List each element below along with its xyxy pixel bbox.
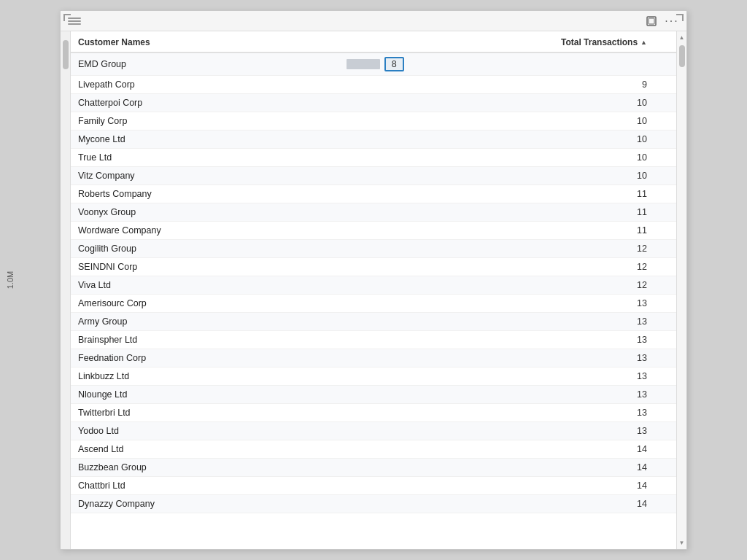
right-scrollbar-thumb[interactable] bbox=[679, 45, 685, 67]
cell-transaction-value: 11 bbox=[339, 185, 676, 203]
table-row[interactable]: Buzzbean Group14 bbox=[71, 459, 676, 477]
table-row[interactable]: Viva Ltd12 bbox=[71, 276, 676, 295]
data-table: Customer Names Total Transactions ▲ bbox=[71, 31, 676, 513]
table-row[interactable]: Amerisourc Corp13 bbox=[71, 295, 676, 313]
table-row[interactable]: Vitz Company10 bbox=[71, 167, 676, 185]
scroll-up-arrow[interactable]: ▲ bbox=[678, 33, 686, 42]
cell-transaction-value: 10 bbox=[339, 167, 676, 185]
cell-transaction-value: 8 bbox=[339, 52, 676, 76]
cell-customer-name: SEINDNI Corp bbox=[71, 258, 339, 276]
left-scrollbar[interactable] bbox=[61, 31, 71, 549]
cell-customer-name: Wordware Company bbox=[71, 222, 339, 240]
outer-container: 1.0M ··· bbox=[0, 0, 747, 560]
table-row[interactable]: Family Corp10 bbox=[71, 112, 676, 131]
table-row[interactable]: Mycone Ltd10 bbox=[71, 131, 676, 149]
table-row[interactable]: Dynazzy Company14 bbox=[71, 495, 676, 513]
table-row[interactable]: Ascend Ltd14 bbox=[71, 440, 676, 459]
cell-transaction-value: 13 bbox=[339, 295, 676, 313]
cell-transaction-value: 10 bbox=[339, 149, 676, 167]
cell-transaction-value: 13 bbox=[339, 404, 676, 422]
table-row[interactable]: Linkbuzz Ltd13 bbox=[71, 368, 676, 386]
cell-transaction-value: 10 bbox=[339, 94, 676, 112]
cell-customer-name: Viva Ltd bbox=[71, 276, 339, 295]
cell-transaction-value: 14 bbox=[339, 477, 676, 495]
panel-header: ··· bbox=[61, 11, 686, 31]
cell-customer-name: Ascend Ltd bbox=[71, 440, 339, 459]
cell-transaction-value: 12 bbox=[339, 240, 676, 258]
panel-header-right: ··· bbox=[644, 14, 679, 28]
cell-customer-name: Brainspher Ltd bbox=[71, 331, 339, 349]
col-header-name[interactable]: Customer Names bbox=[71, 31, 339, 52]
cell-transaction-value: 12 bbox=[339, 258, 676, 276]
right-scrollbar[interactable]: ▲ ▼ bbox=[676, 31, 686, 549]
cell-transaction-value: 14 bbox=[339, 459, 676, 477]
cell-customer-name: Amerisourc Corp bbox=[71, 295, 339, 313]
table-container: Customer Names Total Transactions ▲ bbox=[71, 31, 676, 549]
svg-rect-1 bbox=[649, 18, 654, 24]
panel-body: Customer Names Total Transactions ▲ bbox=[61, 31, 686, 549]
table-row[interactable]: Feednation Corp13 bbox=[71, 349, 676, 368]
cell-transaction-value: 13 bbox=[339, 386, 676, 404]
cell-customer-name: Vitz Company bbox=[71, 167, 339, 185]
cell-customer-name: True Ltd bbox=[71, 149, 339, 167]
table-row[interactable]: Chattbri Ltd14 bbox=[71, 477, 676, 495]
cell-transaction-value: 9 bbox=[339, 76, 676, 94]
table-row[interactable]: Wordware Company11 bbox=[71, 222, 676, 240]
cell-customer-name: Dynazzy Company bbox=[71, 495, 339, 513]
cell-customer-name: Buzzbean Group bbox=[71, 459, 339, 477]
cell-customer-name: Yodoo Ltd bbox=[71, 422, 339, 440]
cell-transaction-value: 11 bbox=[339, 203, 676, 222]
expand-icon[interactable] bbox=[644, 14, 659, 28]
sort-arrow: ▲ bbox=[640, 39, 647, 46]
cell-customer-name: Voonyx Group bbox=[71, 203, 339, 222]
cell-transaction-value: 13 bbox=[339, 349, 676, 368]
cell-customer-name: Family Corp bbox=[71, 112, 339, 131]
cell-customer-name: Mycone Ltd bbox=[71, 131, 339, 149]
main-panel: ··· Customer Names bbox=[60, 10, 687, 550]
table-row[interactable]: Brainspher Ltd13 bbox=[71, 331, 676, 349]
bar bbox=[347, 59, 380, 69]
table-row[interactable]: Nlounge Ltd13 bbox=[71, 386, 676, 404]
cell-transaction-value: 14 bbox=[339, 440, 676, 459]
table-row[interactable]: Voonyx Group11 bbox=[71, 203, 676, 222]
table-row[interactable]: Chatterpoi Corp10 bbox=[71, 94, 676, 112]
cell-transaction-value: 13 bbox=[339, 422, 676, 440]
bar-cell: 8 bbox=[347, 57, 676, 71]
cell-transaction-value: 13 bbox=[339, 331, 676, 349]
table-row[interactable]: Yodoo Ltd13 bbox=[71, 422, 676, 440]
cell-customer-name: Chattbri Ltd bbox=[71, 477, 339, 495]
cell-transaction-value: 12 bbox=[339, 276, 676, 295]
highlighted-value-box: 8 bbox=[384, 57, 404, 71]
cell-transaction-value: 14 bbox=[339, 495, 676, 513]
cell-customer-name: Nlounge Ltd bbox=[71, 386, 339, 404]
corner-decoration-tl bbox=[63, 14, 71, 21]
cell-transaction-value: 10 bbox=[339, 112, 676, 131]
cell-transaction-value: 11 bbox=[339, 222, 676, 240]
cell-customer-name: Feednation Corp bbox=[71, 349, 339, 368]
table-row[interactable]: Cogilith Group12 bbox=[71, 240, 676, 258]
table-row[interactable]: Roberts Company11 bbox=[71, 185, 676, 203]
cell-customer-name: Livepath Corp bbox=[71, 76, 339, 94]
cell-transaction-value: 13 bbox=[339, 313, 676, 331]
cell-customer-name: Army Group bbox=[71, 313, 339, 331]
y-axis-label: 1.0M bbox=[6, 271, 15, 289]
table-row[interactable]: Twitterbri Ltd13 bbox=[71, 404, 676, 422]
content-area: Customer Names Total Transactions ▲ bbox=[71, 31, 676, 549]
cell-customer-name: Twitterbri Ltd bbox=[71, 404, 339, 422]
cell-transaction-value: 10 bbox=[339, 131, 676, 149]
table-row[interactable]: EMD Group8 bbox=[71, 52, 676, 76]
col-header-transactions[interactable]: Total Transactions ▲ bbox=[339, 31, 676, 52]
cell-customer-name: EMD Group bbox=[71, 52, 339, 76]
left-scrollbar-thumb[interactable] bbox=[63, 40, 69, 69]
scroll-down-arrow[interactable]: ▼ bbox=[678, 538, 686, 548]
corner-decoration-tr bbox=[676, 14, 684, 21]
table-row[interactable]: True Ltd10 bbox=[71, 149, 676, 167]
cell-transaction-value: 13 bbox=[339, 368, 676, 386]
cell-customer-name: Linkbuzz Ltd bbox=[71, 368, 339, 386]
table-row[interactable]: Livepath Corp9 bbox=[71, 76, 676, 94]
cell-customer-name: Cogilith Group bbox=[71, 240, 339, 258]
cell-customer-name: Roberts Company bbox=[71, 185, 339, 203]
table-row[interactable]: SEINDNI Corp12 bbox=[71, 258, 676, 276]
table-scroll-wrapper[interactable]: Customer Names Total Transactions ▲ bbox=[71, 31, 676, 549]
table-row[interactable]: Army Group13 bbox=[71, 313, 676, 331]
